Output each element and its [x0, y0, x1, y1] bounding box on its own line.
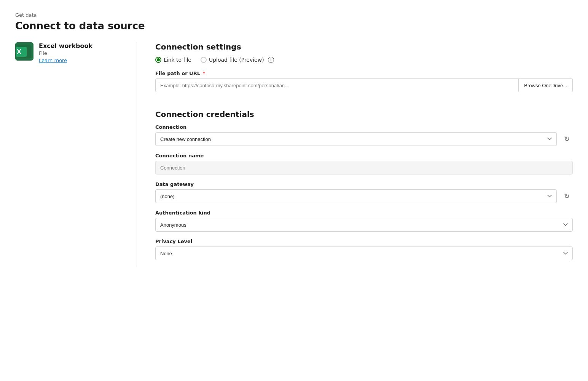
connection-dropdown[interactable]: Create new connection [155, 132, 557, 146]
connector-info: X X Excel workbook File Learn more [15, 42, 121, 63]
refresh-icon: ↺ [564, 135, 570, 143]
refresh-icon-2: ↺ [564, 192, 570, 200]
excel-icon: X X [15, 42, 33, 61]
radio-link-icon [155, 57, 161, 63]
connection-credentials-title: Connection credentials [155, 110, 573, 119]
upload-info-icon[interactable]: i [268, 57, 274, 63]
radio-upload-label: Upload file (Preview) [209, 57, 264, 63]
connection-name-field-group: Connection name [155, 153, 573, 174]
connector-type: File [39, 50, 92, 56]
connection-refresh-button[interactable]: ↺ [561, 133, 573, 145]
connection-label: Connection [155, 124, 573, 130]
connection-field-group: Connection Create new connection ↺ [155, 124, 573, 146]
auth-kind-field-group: Authentication kind Anonymous [155, 210, 573, 232]
radio-link-to-file[interactable]: Link to file [155, 57, 191, 63]
radio-link-label: Link to file [164, 57, 191, 63]
required-star: * [201, 70, 205, 76]
connection-settings-section: Connection settings Link to file Upload … [155, 42, 573, 99]
right-panel: Connection settings Link to file Upload … [137, 42, 573, 267]
privacy-level-label: Privacy Level [155, 239, 573, 244]
content-area: X X Excel workbook File Learn more Conne… [15, 42, 573, 267]
data-gateway-field-group: Data gateway (none) ↺ [155, 181, 573, 203]
radio-group: Link to file Upload file (Preview) i [155, 57, 573, 63]
connector-name: Excel workbook [39, 42, 92, 50]
page-title: Connect to data source [15, 20, 573, 32]
svg-text:X: X [17, 48, 21, 56]
learn-more-link[interactable]: Learn more [39, 58, 92, 63]
data-gateway-refresh-button[interactable]: ↺ [561, 190, 573, 202]
file-path-input[interactable] [155, 78, 519, 92]
privacy-level-dropdown[interactable]: None [155, 247, 573, 260]
data-gateway-label: Data gateway [155, 181, 573, 187]
data-gateway-dropdown[interactable]: (none) [155, 189, 557, 203]
page-container: Get data Connect to data source X X Exce… [0, 0, 588, 279]
left-panel: X X Excel workbook File Learn more [15, 42, 137, 267]
connection-name-label: Connection name [155, 153, 573, 158]
connection-dropdown-row: Create new connection ↺ [155, 132, 573, 146]
auth-kind-label: Authentication kind [155, 210, 573, 216]
connection-settings-title: Connection settings [155, 42, 573, 51]
file-path-label: File path or URL * [155, 70, 573, 76]
data-gateway-dropdown-row: (none) ↺ [155, 189, 573, 203]
privacy-level-field-group: Privacy Level None [155, 239, 573, 260]
auth-kind-dropdown[interactable]: Anonymous [155, 218, 573, 232]
file-path-group: File path or URL * Browse OneDrive... [155, 70, 573, 92]
radio-upload-icon [201, 57, 207, 63]
connector-details: Excel workbook File Learn more [39, 42, 92, 63]
connection-credentials-section: Connection credentials Connection Create… [155, 110, 573, 267]
radio-upload-file[interactable]: Upload file (Preview) i [201, 57, 274, 63]
connection-name-input[interactable] [155, 161, 573, 174]
file-path-input-row: Browse OneDrive... [155, 78, 573, 92]
browse-onedrive-button[interactable]: Browse OneDrive... [519, 78, 573, 92]
breadcrumb: Get data [15, 12, 573, 18]
